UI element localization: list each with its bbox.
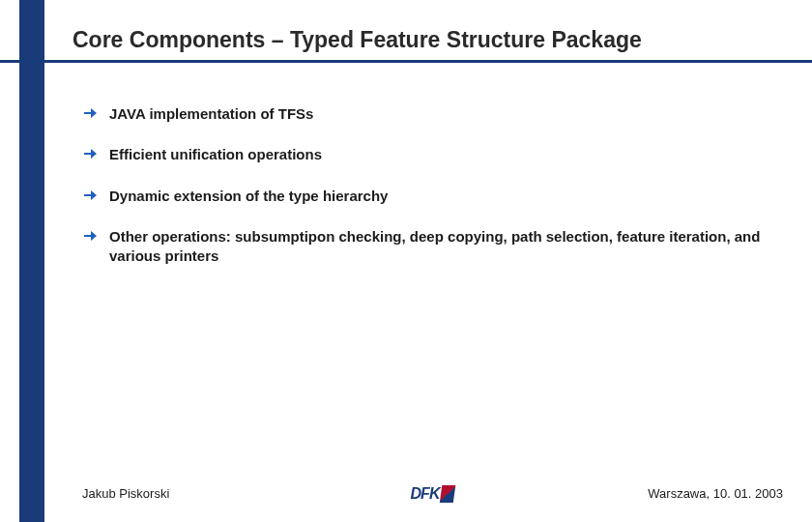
logo-mark-icon xyxy=(440,485,456,503)
left-accent-bar xyxy=(19,0,44,522)
footer-location-date: Warszawa, 10. 01. 2003 xyxy=(648,486,783,501)
slide-footer: Jakub Piskorski DFK Warszawa, 10. 01. 20… xyxy=(82,486,783,501)
slide-content: Core Components – Typed Feature Structur… xyxy=(72,27,783,59)
bullet-list: JAVA implementation of TFSs Efficient un… xyxy=(82,104,783,287)
logo-text: DFK xyxy=(411,485,440,503)
bullet-text: JAVA implementation of TFSs xyxy=(109,104,313,124)
bullet-text: Other operations: subsumptipon checking,… xyxy=(109,227,783,267)
list-item: Dynamic extension of the type hierarchy xyxy=(82,187,783,206)
bullet-text: Dynamic extension of the type hierarchy xyxy=(109,187,388,206)
footer-author: Jakub Piskorski xyxy=(82,486,169,501)
title-underline xyxy=(0,60,812,63)
list-item: Efficient unification operations xyxy=(82,145,783,164)
arrow-right-icon xyxy=(82,228,98,244)
slide-title: Core Components – Typed Feature Structur… xyxy=(72,27,783,59)
arrow-right-icon xyxy=(82,188,98,203)
footer-logo: DFK xyxy=(411,485,455,503)
list-item: JAVA implementation of TFSs xyxy=(82,104,783,124)
bullet-text: Efficient unification operations xyxy=(109,145,322,164)
arrow-right-icon xyxy=(82,105,98,121)
list-item: Other operations: subsumptipon checking,… xyxy=(82,227,783,267)
arrow-right-icon xyxy=(82,146,98,161)
